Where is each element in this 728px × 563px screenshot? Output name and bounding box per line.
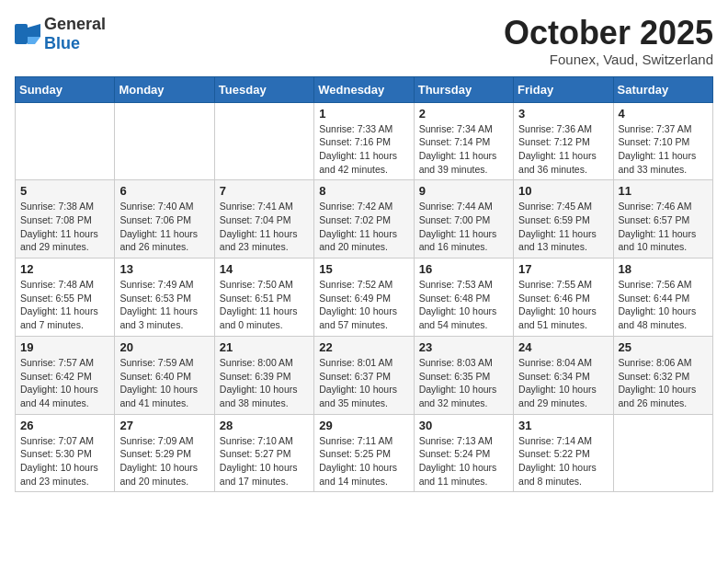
- day-info: Sunrise: 7:07 AM Sunset: 5:30 PM Dayligh…: [20, 434, 109, 488]
- day-info: Sunrise: 7:09 AM Sunset: 5:29 PM Dayligh…: [119, 434, 209, 488]
- day-number: 9: [419, 184, 508, 198]
- day-number: 12: [20, 262, 109, 276]
- calendar-table: SundayMondayTuesdayWednesdayThursdayFrid…: [15, 76, 713, 493]
- calendar-cell: 1Sunrise: 7:33 AM Sunset: 7:16 PM Daylig…: [314, 102, 414, 180]
- day-number: 25: [619, 340, 708, 354]
- calendar-cell: 19Sunrise: 7:57 AM Sunset: 6:42 PM Dayli…: [16, 336, 115, 414]
- day-number: 8: [319, 184, 408, 198]
- calendar-cell: 4Sunrise: 7:37 AM Sunset: 7:10 PM Daylig…: [613, 102, 712, 180]
- calendar-cell: 22Sunrise: 8:01 AM Sunset: 6:37 PM Dayli…: [314, 336, 414, 414]
- day-number: 17: [518, 262, 608, 276]
- day-number: 4: [619, 107, 708, 121]
- logo-blue: Blue: [44, 34, 80, 52]
- weekday-header-saturday: Saturday: [613, 76, 712, 102]
- day-number: 21: [220, 340, 309, 354]
- day-number: 6: [119, 184, 209, 198]
- calendar-cell: 20Sunrise: 7:59 AM Sunset: 6:40 PM Dayli…: [115, 336, 214, 414]
- day-info: Sunrise: 7:34 AM Sunset: 7:14 PM Dayligh…: [419, 122, 508, 177]
- week-row-1: 1Sunrise: 7:33 AM Sunset: 7:16 PM Daylig…: [16, 102, 713, 180]
- day-info: Sunrise: 8:00 AM Sunset: 6:39 PM Dayligh…: [220, 356, 309, 410]
- logo-text: General Blue: [44, 15, 106, 53]
- weekday-header-tuesday: Tuesday: [214, 76, 313, 102]
- weekday-header-thursday: Thursday: [414, 76, 513, 102]
- week-row-2: 5Sunrise: 7:38 AM Sunset: 7:08 PM Daylig…: [16, 180, 713, 259]
- weekday-header-friday: Friday: [514, 76, 613, 102]
- day-info: Sunrise: 8:06 AM Sunset: 6:32 PM Dayligh…: [619, 356, 708, 410]
- calendar-cell: 27Sunrise: 7:09 AM Sunset: 5:29 PM Dayli…: [115, 414, 214, 492]
- week-row-4: 19Sunrise: 7:57 AM Sunset: 6:42 PM Dayli…: [16, 336, 713, 414]
- month-title: October 2025: [504, 15, 713, 52]
- day-info: Sunrise: 7:49 AM Sunset: 6:53 PM Dayligh…: [119, 278, 209, 332]
- calendar-cell: 18Sunrise: 7:56 AM Sunset: 6:44 PM Dayli…: [613, 259, 712, 337]
- calendar-header: General Blue October 2025 Founex, Vaud, …: [15, 15, 713, 67]
- calendar-cell: 25Sunrise: 8:06 AM Sunset: 6:32 PM Dayli…: [613, 336, 712, 414]
- day-number: 23: [419, 340, 508, 354]
- weekday-header-wednesday: Wednesday: [314, 76, 414, 102]
- location-title: Founex, Vaud, Switzerland: [504, 52, 713, 67]
- day-info: Sunrise: 7:13 AM Sunset: 5:24 PM Dayligh…: [419, 434, 508, 488]
- day-info: Sunrise: 7:52 AM Sunset: 6:49 PM Dayligh…: [319, 278, 408, 332]
- logo-general: General: [44, 15, 106, 33]
- day-info: Sunrise: 7:44 AM Sunset: 7:00 PM Dayligh…: [419, 200, 508, 254]
- calendar-cell: 11Sunrise: 7:46 AM Sunset: 6:57 PM Dayli…: [613, 180, 712, 259]
- week-row-3: 12Sunrise: 7:48 AM Sunset: 6:55 PM Dayli…: [16, 259, 713, 337]
- day-info: Sunrise: 7:10 AM Sunset: 5:27 PM Dayligh…: [220, 434, 309, 488]
- svg-marker-2: [28, 37, 40, 44]
- calendar-cell: 14Sunrise: 7:50 AM Sunset: 6:51 PM Dayli…: [214, 259, 313, 337]
- day-info: Sunrise: 7:56 AM Sunset: 6:44 PM Dayligh…: [619, 278, 708, 332]
- title-area: October 2025 Founex, Vaud, Switzerland: [504, 15, 713, 67]
- calendar-cell: 23Sunrise: 8:03 AM Sunset: 6:35 PM Dayli…: [414, 336, 513, 414]
- calendar-cell: 30Sunrise: 7:13 AM Sunset: 5:24 PM Dayli…: [414, 414, 513, 492]
- svg-rect-0: [15, 24, 28, 44]
- day-info: Sunrise: 7:42 AM Sunset: 7:02 PM Dayligh…: [319, 200, 408, 254]
- day-info: Sunrise: 7:37 AM Sunset: 7:10 PM Dayligh…: [619, 122, 708, 177]
- day-info: Sunrise: 7:40 AM Sunset: 7:06 PM Dayligh…: [119, 200, 209, 254]
- calendar-cell: 28Sunrise: 7:10 AM Sunset: 5:27 PM Dayli…: [214, 414, 313, 492]
- calendar-cell: 3Sunrise: 7:36 AM Sunset: 7:12 PM Daylig…: [514, 102, 613, 180]
- calendar-cell: [214, 102, 313, 180]
- calendar-cell: 2Sunrise: 7:34 AM Sunset: 7:14 PM Daylig…: [414, 102, 513, 180]
- day-number: 24: [518, 340, 608, 354]
- calendar-cell: 5Sunrise: 7:38 AM Sunset: 7:08 PM Daylig…: [16, 180, 115, 259]
- day-info: Sunrise: 7:55 AM Sunset: 6:46 PM Dayligh…: [518, 278, 608, 332]
- day-info: Sunrise: 7:38 AM Sunset: 7:08 PM Dayligh…: [20, 200, 109, 254]
- day-number: 7: [220, 184, 309, 198]
- day-info: Sunrise: 7:14 AM Sunset: 5:22 PM Dayligh…: [518, 434, 608, 488]
- day-info: Sunrise: 8:03 AM Sunset: 6:35 PM Dayligh…: [419, 356, 508, 410]
- calendar-cell: 17Sunrise: 7:55 AM Sunset: 6:46 PM Dayli…: [514, 259, 613, 337]
- weekday-header-row: SundayMondayTuesdayWednesdayThursdayFrid…: [16, 76, 713, 102]
- day-info: Sunrise: 7:36 AM Sunset: 7:12 PM Dayligh…: [518, 122, 608, 177]
- calendar-cell: 21Sunrise: 8:00 AM Sunset: 6:39 PM Dayli…: [214, 336, 313, 414]
- day-number: 1: [319, 107, 408, 121]
- day-number: 5: [20, 184, 109, 198]
- calendar-cell: 15Sunrise: 7:52 AM Sunset: 6:49 PM Dayli…: [314, 259, 414, 337]
- calendar-cell: 31Sunrise: 7:14 AM Sunset: 5:22 PM Dayli…: [514, 414, 613, 492]
- calendar-cell: 26Sunrise: 7:07 AM Sunset: 5:30 PM Dayli…: [16, 414, 115, 492]
- logo: General Blue: [15, 15, 106, 53]
- calendar-cell: 9Sunrise: 7:44 AM Sunset: 7:00 PM Daylig…: [414, 180, 513, 259]
- day-info: Sunrise: 7:48 AM Sunset: 6:55 PM Dayligh…: [20, 278, 109, 332]
- calendar-cell: 7Sunrise: 7:41 AM Sunset: 7:04 PM Daylig…: [214, 180, 313, 259]
- day-info: Sunrise: 7:59 AM Sunset: 6:40 PM Dayligh…: [119, 356, 209, 410]
- calendar-cell: 12Sunrise: 7:48 AM Sunset: 6:55 PM Dayli…: [16, 259, 115, 337]
- day-number: 3: [518, 107, 608, 121]
- day-info: Sunrise: 7:11 AM Sunset: 5:25 PM Dayligh…: [319, 434, 408, 488]
- day-number: 10: [518, 184, 608, 198]
- calendar-cell: 8Sunrise: 7:42 AM Sunset: 7:02 PM Daylig…: [314, 180, 414, 259]
- day-number: 29: [319, 419, 408, 432]
- calendar-cell: 29Sunrise: 7:11 AM Sunset: 5:25 PM Dayli…: [314, 414, 414, 492]
- day-number: 19: [20, 340, 109, 354]
- calendar-cell: 13Sunrise: 7:49 AM Sunset: 6:53 PM Dayli…: [115, 259, 214, 337]
- day-number: 31: [518, 419, 608, 432]
- day-info: Sunrise: 7:33 AM Sunset: 7:16 PM Dayligh…: [319, 122, 408, 177]
- day-info: Sunrise: 7:41 AM Sunset: 7:04 PM Dayligh…: [220, 200, 309, 254]
- day-number: 16: [419, 262, 508, 276]
- day-number: 27: [119, 419, 209, 432]
- day-number: 2: [419, 107, 508, 121]
- calendar-cell: [115, 102, 214, 180]
- day-info: Sunrise: 7:46 AM Sunset: 6:57 PM Dayligh…: [619, 200, 708, 254]
- calendar-cell: 10Sunrise: 7:45 AM Sunset: 6:59 PM Dayli…: [514, 180, 613, 259]
- logo-icon: [15, 24, 40, 44]
- week-row-5: 26Sunrise: 7:07 AM Sunset: 5:30 PM Dayli…: [16, 414, 713, 492]
- day-info: Sunrise: 7:53 AM Sunset: 6:48 PM Dayligh…: [419, 278, 508, 332]
